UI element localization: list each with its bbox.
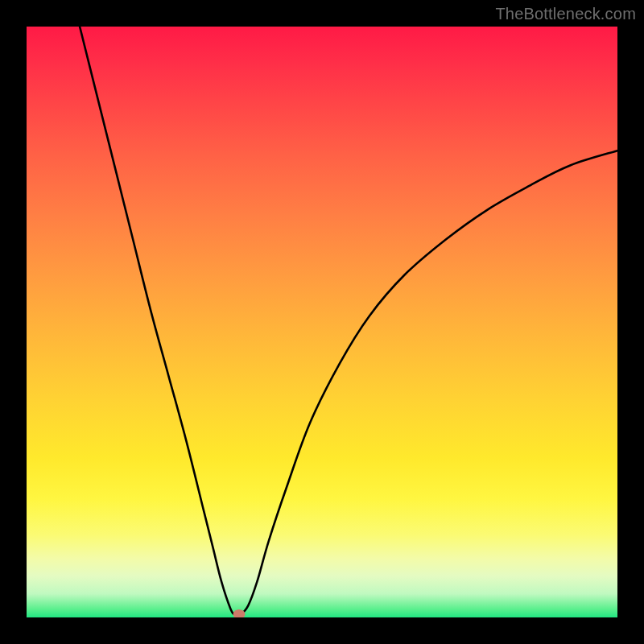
watermark-text: TheBottleneck.com xyxy=(495,5,636,23)
plot-area xyxy=(27,27,617,617)
chart-frame: TheBottleneck.com xyxy=(0,0,644,644)
optimum-marker xyxy=(233,609,246,617)
bottleneck-curve xyxy=(27,27,617,617)
